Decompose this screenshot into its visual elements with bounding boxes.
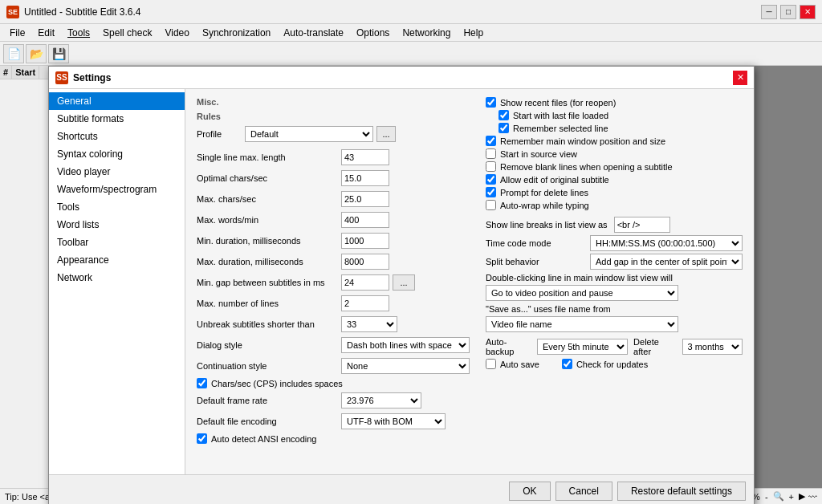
nav-item-word-lists[interactable]: Word lists	[49, 216, 185, 234]
chk-last-file: Start with last file loaded	[486, 110, 743, 120]
min-gap-input[interactable]	[341, 274, 389, 291]
app-icon: SE	[6, 6, 19, 18]
remember-line-label: Remember selected line	[513, 124, 608, 133]
chk-remember-line: Remember selected line	[486, 123, 743, 133]
max-chars-input[interactable]	[341, 191, 389, 207]
auto-save-checkbox[interactable]	[486, 359, 496, 369]
menu-tools[interactable]: Tools	[61, 26, 96, 40]
frame-rate-select[interactable]: 23.976	[341, 392, 421, 408]
delete-after-label: Delete after	[633, 337, 676, 356]
nav-item-video-player[interactable]: Video player	[49, 163, 185, 181]
profile-label: Profile	[197, 129, 245, 139]
form-row-min-dur: Min. duration, milliseconds	[197, 232, 470, 250]
nav-item-toolbar[interactable]: Toolbar	[49, 234, 185, 251]
minimize-button[interactable]: ─	[761, 5, 777, 19]
maximize-button[interactable]: □	[780, 5, 796, 19]
play-icon[interactable]: ▶	[799, 491, 805, 502]
encoding-control: UTF-8 with BOM	[341, 413, 470, 429]
save-as-select[interactable]: Video file name	[486, 316, 678, 332]
time-code-label: Time code mode	[486, 238, 590, 248]
zoom-plus-icon[interactable]: +	[789, 492, 794, 502]
menu-file[interactable]: File	[3, 26, 31, 40]
profile-select[interactable]: Default	[245, 126, 373, 142]
double-click-desc: Double-clicking line in main window list…	[486, 273, 673, 282]
last-file-checkbox[interactable]	[498, 110, 509, 120]
new-button[interactable]: 📄	[3, 44, 24, 63]
nav-item-network[interactable]: Network	[49, 269, 185, 287]
unbreak-select[interactable]: 33	[341, 316, 397, 332]
nav-item-subtitle-formats[interactable]: Subtitle formats	[49, 110, 185, 128]
time-code-row: Time code mode HH:MM:SS.MS (00:00:01.500…	[486, 235, 743, 251]
source-view-label: Start in source view	[500, 149, 577, 159]
menu-autotranslate[interactable]: Auto-translate	[277, 26, 350, 40]
show-breaks-input[interactable]	[614, 217, 670, 233]
dialog-close-button[interactable]: ✕	[733, 71, 747, 85]
allow-edit-checkbox[interactable]	[486, 174, 496, 185]
encoding-label: Default file encoding	[197, 417, 341, 426]
dialog-style-control: Dash both lines with space	[341, 337, 470, 353]
prompt-delete-checkbox[interactable]	[486, 187, 496, 197]
chk-allow-edit: Allow edit of original subtitle	[486, 174, 743, 185]
restore-defaults-button[interactable]: Restore default settings	[617, 482, 746, 501]
menu-options[interactable]: Options	[350, 26, 396, 40]
nav-item-waveform[interactable]: Waveform/spectrogram	[49, 181, 185, 198]
max-words-label: Max. words/min	[197, 215, 341, 225]
show-recent-checkbox[interactable]	[486, 97, 496, 108]
close-button[interactable]: ✕	[800, 5, 816, 19]
min-dur-input[interactable]	[341, 233, 389, 249]
chk-autowrap: Auto-wrap while typing	[486, 200, 743, 210]
menu-networking[interactable]: Networking	[396, 26, 457, 40]
remember-window-checkbox[interactable]	[486, 136, 496, 146]
cancel-button[interactable]: Cancel	[555, 482, 612, 501]
remove-blank-checkbox[interactable]	[486, 161, 496, 172]
optimal-chars-input[interactable]	[341, 170, 389, 186]
check-updates-checkbox[interactable]	[562, 359, 572, 369]
ok-button[interactable]: OK	[509, 482, 550, 501]
nav-item-syntax-coloring[interactable]: Syntax coloring	[49, 145, 185, 163]
menu-help[interactable]: Help	[457, 26, 490, 40]
max-lines-input[interactable]	[341, 295, 389, 311]
max-words-input[interactable]	[341, 212, 389, 228]
ansi-checkbox[interactable]	[197, 433, 207, 444]
autobackup-row: Auto-backup Every 5th minute Delete afte…	[486, 337, 743, 356]
autobackup-frequency-select[interactable]: Every 5th minute	[537, 339, 628, 355]
prompt-delete-label: Prompt for delete lines	[500, 188, 588, 197]
menu-synchronization[interactable]: Synchronization	[196, 26, 277, 40]
menu-video[interactable]: Video	[158, 26, 195, 40]
nav-item-appearance[interactable]: Appearance	[49, 251, 185, 269]
open-button[interactable]: 📂	[26, 44, 47, 63]
remember-line-checkbox[interactable]	[498, 123, 509, 133]
misc-label: Misc.	[197, 97, 470, 107]
zoom-minus-icon[interactable]: -	[765, 492, 768, 502]
cps-checkbox[interactable]	[197, 378, 207, 388]
profile-btn[interactable]: ...	[376, 126, 396, 142]
nav-item-general[interactable]: General	[49, 92, 185, 110]
dialog-style-select[interactable]: Dash both lines with space	[341, 337, 470, 353]
menu-edit[interactable]: Edit	[31, 26, 61, 40]
encoding-select[interactable]: UTF-8 with BOM	[341, 413, 446, 429]
nav-item-shortcuts[interactable]: Shortcuts	[49, 128, 185, 145]
form-row-max-lines: Max. number of lines	[197, 295, 470, 312]
chk-source-view: Start in source view	[486, 148, 743, 159]
delete-after-select[interactable]: 3 months	[682, 339, 743, 355]
single-line-input[interactable]	[341, 149, 389, 165]
source-view-checkbox[interactable]	[486, 148, 496, 159]
last-file-label: Start with last file loaded	[513, 111, 608, 120]
dialog-style-label: Dialog style	[197, 340, 341, 350]
max-chars-label: Max. chars/sec	[197, 194, 341, 204]
autowrap-checkbox[interactable]	[486, 200, 496, 210]
split-behavior-select[interactable]: Add gap in the center of split point (fo	[590, 254, 743, 270]
remember-window-label: Remember main window position and size	[500, 136, 665, 146]
rules-label: Rules	[197, 112, 470, 121]
min-gap-btn[interactable]: ...	[393, 274, 415, 291]
show-breaks-row: Show line breaks in list view as	[486, 217, 743, 233]
autowrap-label: Auto-wrap while typing	[500, 201, 589, 210]
continuation-select[interactable]: None	[341, 358, 470, 374]
save-button[interactable]: 💾	[48, 44, 69, 63]
nav-item-tools[interactable]: Tools	[49, 198, 185, 216]
double-click-select[interactable]: Go to video position and pause	[486, 285, 678, 301]
menu-spellcheck[interactable]: Spell check	[96, 26, 158, 40]
max-dur-input[interactable]	[341, 254, 389, 270]
waveform-icon[interactable]: 〰	[808, 492, 817, 502]
time-code-select[interactable]: HH:MM:SS.MS (00:00:01.500)	[590, 235, 743, 251]
